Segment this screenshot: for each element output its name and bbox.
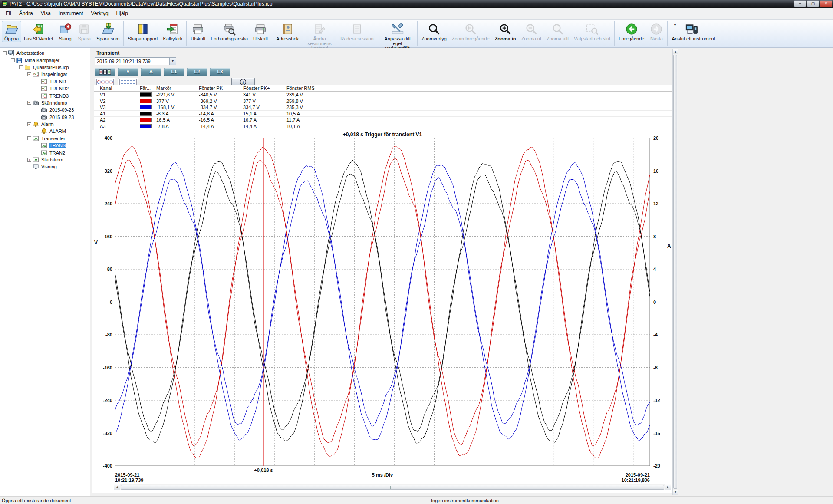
- collapse-icon[interactable]: −: [19, 65, 23, 69]
- toolbar-ppna-button[interactable]: Öppna: [2, 21, 21, 42]
- table-row-v1[interactable]: V1-221,6 V-340,5 V341 V239,4 V: [94, 92, 672, 98]
- cell: -7,8 A: [156, 124, 169, 129]
- tree-item-visning[interactable]: Visning: [0, 163, 90, 170]
- table-icon: [119, 79, 137, 85]
- toolbar-spara-som-button[interactable]: Spara som: [94, 21, 122, 42]
- toolbar-separator: [378, 21, 378, 46]
- tree-item-arbetsstation[interactable]: −Arbetsstation: [0, 49, 90, 56]
- cell: A2: [100, 117, 105, 122]
- svg-text:-4: -4: [653, 332, 658, 337]
- tree-item-startstr-m[interactable]: +Startström: [0, 156, 90, 163]
- scroll-left-icon[interactable]: ◂: [114, 484, 120, 490]
- toolbar-kalkylark-button[interactable]: Kalkylark: [161, 21, 185, 42]
- tree-item-transienter[interactable]: −Transienter: [0, 135, 90, 142]
- toolbar-button-label: Föregående: [619, 36, 644, 41]
- menu-hj-lp[interactable]: Hjälp: [112, 9, 132, 18]
- tree-item-label: TRANS: [49, 143, 66, 148]
- toolbar-v-lj-start-och-slut-button: Välj start och slut: [571, 21, 613, 42]
- collapse-icon[interactable]: −: [27, 72, 31, 76]
- toolbar-overflow-icon[interactable]: ▾: [672, 22, 678, 28]
- tree-item-trend3[interactable]: TREND3: [0, 92, 90, 99]
- chart-horizontal-scrollbar[interactable]: ◂ ▸: [114, 484, 671, 490]
- toolbar-button-label: Kalkylark: [163, 36, 183, 41]
- collapse-icon[interactable]: −: [27, 101, 31, 105]
- table-row-a1[interactable]: A1-8,3 A-14,8 A15,1 A10,5 A: [94, 111, 672, 117]
- tree-item-alarm[interactable]: ALARM: [0, 128, 90, 135]
- menu-instrument[interactable]: Instrument: [55, 9, 87, 18]
- column-header-f-r[interactable]: Fär...: [140, 86, 151, 91]
- column-header-kanal[interactable]: Kanal: [100, 86, 112, 91]
- toolbar-utskrift-button[interactable]: Utskrift: [188, 21, 208, 42]
- toolbar-utskrift-button[interactable]: Utskrift: [250, 21, 270, 42]
- column-header-mark-r[interactable]: Markör: [156, 86, 171, 91]
- phase-button-l3[interactable]: L3: [210, 68, 230, 76]
- menu-ndra[interactable]: Ändra: [15, 9, 37, 18]
- tree-item-trend[interactable]: TREND: [0, 78, 90, 85]
- table-row-a3[interactable]: A3-7,8 A-14,4 A14,4 A10,1 A: [94, 123, 672, 130]
- expand-icon[interactable]: +: [27, 158, 31, 162]
- toolbar-zooma-in-button[interactable]: Zooma in: [492, 21, 519, 42]
- collapse-icon[interactable]: −: [3, 51, 7, 55]
- cell: -8,3 A: [156, 111, 169, 116]
- phase-button-l2[interactable]: L2: [187, 68, 207, 76]
- toolbar-anpassa-ditt-eget-verktygsf-lt-button[interactable]: Anpassa ditt eget verktygsfält: [379, 21, 416, 52]
- all-phases-button[interactable]: [95, 68, 115, 76]
- toolbar-adressbok-button[interactable]: Adressbok: [273, 21, 301, 42]
- channel-color-swatch: [140, 92, 152, 97]
- toolbar-f-reg-ende-button[interactable]: Föregående: [616, 21, 647, 42]
- column-header-f-nster-rms[interactable]: Fönster RMS: [286, 86, 315, 91]
- collapse-icon[interactable]: −: [11, 58, 15, 62]
- tree-item-tran2[interactable]: TRAN2: [0, 149, 90, 156]
- scrollbar-thumb[interactable]: [121, 485, 664, 490]
- tree-item-2015-09-23[interactable]: 2015-09-23: [0, 114, 90, 121]
- instrument-status: Ingen instrumentkommunikation: [431, 498, 499, 503]
- menu-visa[interactable]: Visa: [37, 9, 55, 18]
- scroll-right-icon[interactable]: ▸: [665, 484, 671, 490]
- maximize-button[interactable]: ▢: [807, 0, 819, 7]
- transient-select-dropdown[interactable]: 2015-09-21 10:21:19,739 ▼: [95, 57, 176, 65]
- table-row-v3[interactable]: V3-168,1 V-334,7 V334,7 V235,3 V: [94, 104, 672, 111]
- select-range-icon: [585, 22, 599, 36]
- cell: V3: [100, 105, 105, 110]
- tree-item-trend2[interactable]: TREND2: [0, 85, 90, 92]
- toolbar-l-s-sd-kortet-button[interactable]: Läs SD-kortet: [21, 21, 56, 42]
- panel-vertical-scrollbar[interactable]: ▴ ▾: [672, 49, 678, 495]
- phase-button-l1[interactable]: L1: [164, 68, 184, 76]
- camera-icon: [33, 100, 39, 106]
- toolbar-separator: [186, 21, 187, 46]
- cell: -168,1 V: [156, 105, 175, 110]
- collapse-icon[interactable]: −: [27, 136, 31, 140]
- tree-item-2015-09-23[interactable]: 2015-09-23: [0, 106, 90, 113]
- camera-icon: [41, 114, 47, 120]
- doc-close-icon: [58, 22, 72, 36]
- chart-plot[interactable]: 400320240160800-80-160-240-320-400201612…: [92, 130, 674, 493]
- tree-item-sk-rmdump[interactable]: −Skärmdump: [0, 99, 90, 106]
- tree-item-mina-kampanjer[interactable]: −Mina Kampanjer: [0, 56, 90, 63]
- toolbar-skapa-rapport-button[interactable]: Skapa rapport: [125, 21, 160, 42]
- menu-fil[interactable]: Fil: [2, 9, 15, 18]
- phase-button-a[interactable]: A: [141, 68, 161, 76]
- toolbar-button-label: Skapa rapport: [128, 36, 158, 41]
- toolbar-f-rhandsgranska-button[interactable]: Förhandsgranska: [208, 21, 250, 42]
- campaign-tree: −Arbetsstation−Mina Kampanjer−QualistarP…: [0, 48, 90, 496]
- tree-item-inspelningar[interactable]: −Inspelningar: [0, 71, 90, 78]
- scroll-up-icon[interactable]: ▴: [673, 49, 678, 54]
- minimize-button[interactable]: –: [794, 0, 806, 7]
- close-button[interactable]: ✕: [820, 0, 832, 7]
- column-header-f-nster-pk[interactable]: Fönster PK-: [199, 86, 224, 91]
- tree-item-alarm[interactable]: −Alarm: [0, 121, 90, 128]
- vscrollbar-thumb[interactable]: [673, 55, 677, 489]
- toolbar-st-ng-button[interactable]: Stäng: [56, 21, 75, 42]
- table-row-a2[interactable]: A216,5 A-16,5 A16,7 A11,7 A: [94, 117, 672, 123]
- toolbar-zoomvertyg-button[interactable]: Zoomvertyg: [419, 21, 449, 42]
- series-V3: [115, 162, 650, 441]
- collapse-icon[interactable]: −: [27, 122, 31, 126]
- tree-item-qualistarplus-icp[interactable]: −QualistarPlus.icp: [0, 64, 90, 71]
- cell: 16,7 A: [243, 117, 257, 122]
- table-row-v2[interactable]: V2377 V-369,2 V377 V259,8 V: [94, 98, 672, 105]
- menu-verktyg[interactable]: Verktyg: [87, 9, 112, 18]
- tree-item-trans[interactable]: TRANS: [0, 142, 90, 149]
- scroll-down-icon[interactable]: ▾: [673, 490, 678, 495]
- phase-button-v[interactable]: V: [118, 68, 138, 76]
- column-header-f-nster-pk[interactable]: Fönster PK+: [243, 86, 270, 91]
